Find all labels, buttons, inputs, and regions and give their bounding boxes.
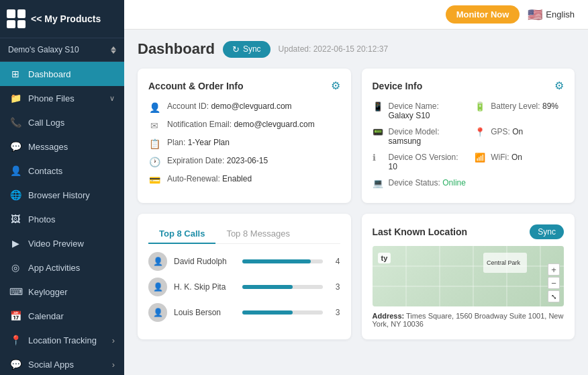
sidebar-item-video-preview[interactable]: ▶ Video Preview (0, 231, 124, 255)
plan-text: Plan: 1-Year Plan (167, 138, 230, 147)
plan-row: 📋 Plan: 1-Year Plan (148, 138, 340, 149)
top-cards-row: Account & Order Info ⚙ 👤 Account ID: dem… (138, 69, 575, 203)
sidebar-item-label: Calendar (28, 311, 64, 321)
renewal-icon: 💳 (148, 175, 160, 185)
call-bar-wrap-0 (242, 259, 323, 263)
sidebar-item-phone-files[interactable]: 📁 Phone Files ∨ (0, 86, 124, 110)
sidebar-item-label: Contacts (28, 166, 62, 176)
sidebar-item-app-activities[interactable]: ◎ App Activities (0, 255, 124, 280)
topbar: Monitor Now 🇺🇸 English (124, 0, 588, 30)
sidebar-item-label: Keylogger (28, 287, 68, 297)
bottom-cards-row: Top 8 Calls Top 8 Messages 👤 David Rudol… (138, 214, 575, 339)
language-label: English (546, 9, 575, 19)
chevron-up-icon (111, 46, 116, 50)
sidebar-item-browser-history[interactable]: 🌐 Browser History (0, 183, 124, 207)
browser-history-icon: 🌐 (9, 190, 21, 200)
language-selector[interactable]: 🇺🇸 English (528, 7, 575, 22)
map-expand-button[interactable]: ⤡ (548, 290, 560, 302)
sync-icon: ↻ (232, 44, 240, 54)
location-card-header: Last Known Location Sync (373, 224, 565, 239)
plan-icon: 📋 (148, 138, 160, 149)
call-count-0: 4 (330, 257, 340, 266)
battery-item: 🔋 Battery Level: 89% (475, 101, 564, 120)
location-sync-button[interactable]: Sync (530, 224, 564, 239)
sidebar-item-keylogger[interactable]: ⌨ Keylogger (0, 280, 124, 304)
sync-button[interactable]: ↻ Sync (223, 41, 271, 58)
device-name-item: 📱 Device Name: Galaxy S10 (373, 101, 462, 120)
call-bar-0 (242, 259, 311, 263)
sidebar: << My Products Demo's Galaxy S10 ⊞ Dashb… (0, 0, 124, 375)
sidebar-item-social-apps[interactable]: 💬 Social Apps › (0, 352, 124, 375)
call-bar-wrap-1 (242, 285, 323, 289)
sidebar-item-contacts[interactable]: 👤 Contacts (0, 159, 124, 183)
avatar-2: 👤 (148, 303, 167, 322)
sidebar-item-location-tracking[interactable]: 📍 Location Tracking › (0, 328, 124, 352)
account-card-title: Account & Order Info (148, 81, 244, 91)
account-gear-icon[interactable]: ⚙ (331, 79, 340, 92)
account-id-text: Account ID: demo@clevguard.com (167, 101, 292, 111)
call-item-1: 👤 H. K. Skip Pita 3 (148, 278, 340, 296)
sidebar-item-messages[interactable]: 💬 Messages (0, 134, 124, 159)
device-info-grid: 📱 Device Name: Galaxy S10 🔋 Battery Leve… (373, 101, 565, 188)
sidebar-item-label: Photos (28, 214, 55, 224)
grid-icon (7, 9, 26, 28)
map-inner: Central Park ty + − ⤡ (373, 246, 565, 306)
notification-email-row: ✉ Notification Email: demo@clevguard.com (148, 120, 340, 131)
address-label: Address: (373, 312, 405, 320)
expiration-text: Expiration Date: 2023-06-15 (167, 156, 268, 165)
location-card-title: Last Known Location (373, 226, 468, 237)
os-version-item: ℹ Device OS Version: 10 (373, 153, 462, 171)
dashboard-icon: ⊞ (9, 69, 21, 79)
gps-icon: 📍 (475, 127, 485, 137)
avatar-0: 👤 (148, 252, 167, 271)
sidebar-item-label: App Activities (28, 263, 80, 273)
account-id-row: 👤 Account ID: demo@clevguard.com (148, 101, 340, 113)
sync-label: Sync (243, 44, 261, 54)
tab-top-calls[interactable]: Top 8 Calls (148, 224, 215, 244)
expand-icon: ∨ (109, 94, 115, 103)
sidebar-item-label: Messages (28, 142, 68, 152)
flag-icon: 🇺🇸 (528, 7, 542, 22)
expiration-icon: 🕐 (148, 157, 160, 167)
brand-title: << My Products (31, 13, 101, 24)
device-name-detail: Device Name: Galaxy S10 (389, 101, 462, 120)
device-phone-icon: 📱 (373, 101, 383, 112)
call-name-1: H. K. Skip Pita (174, 282, 236, 292)
map-svg: Central Park (373, 246, 565, 306)
sidebar-item-label: Video Preview (28, 239, 84, 249)
location-tracking-icon: 📍 (9, 335, 21, 345)
call-item-0: 👤 David Rudolph 4 (148, 252, 340, 271)
sidebar-item-label: Dashboard (28, 69, 71, 79)
device-model-detail: Device Model: samsung (389, 127, 440, 146)
renewal-row: 💳 Auto-Renewal: Enabled (148, 174, 340, 185)
device-selector[interactable]: Demo's Galaxy S10 (0, 38, 124, 62)
os-detail: Device OS Version: 10 (389, 153, 462, 171)
map-area-label: ty (378, 253, 391, 263)
address-row: Address: Times Square, 1560 Broadway Sui… (373, 312, 565, 328)
messages-icon: 💬 (9, 141, 21, 152)
sidebar-item-call-logs[interactable]: 📞 Call Logs (0, 110, 124, 134)
photos-icon: 🖼 (9, 214, 21, 224)
status-icon: 💻 (373, 178, 383, 188)
call-bar-wrap-2 (242, 310, 323, 315)
map-zoom-out-button[interactable]: − (548, 277, 560, 289)
device-model-icon: 📟 (373, 127, 383, 137)
device-gear-icon[interactable]: ⚙ (554, 79, 564, 92)
account-order-card: Account & Order Info ⚙ 👤 Account ID: dem… (138, 69, 351, 203)
map-zoom-in-button[interactable]: + (548, 263, 560, 276)
call-count-2: 3 (330, 308, 340, 317)
monitor-now-button[interactable]: Monitor Now (446, 5, 520, 24)
wifi-icon: 📶 (475, 153, 485, 163)
sidebar-item-calendar[interactable]: 📅 Calendar (0, 304, 124, 328)
tab-top-messages[interactable]: Top 8 Messages (215, 224, 301, 244)
device-card-header: Device Info ⚙ (373, 79, 565, 92)
avatar-1: 👤 (148, 278, 167, 296)
battery-icon: 🔋 (475, 101, 485, 112)
updated-timestamp: Updated: 2022-06-15 20:12:37 (279, 44, 388, 54)
svg-text:Central Park: Central Park (487, 259, 521, 266)
device-status-item: 💻 Device Status: Online (373, 178, 565, 188)
gps-detail: GPS: On (491, 127, 523, 136)
sidebar-item-dashboard[interactable]: ⊞ Dashboard (0, 62, 124, 86)
device-name: Demo's Galaxy S10 (8, 45, 79, 54)
sidebar-item-photos[interactable]: 🖼 Photos (0, 207, 124, 231)
